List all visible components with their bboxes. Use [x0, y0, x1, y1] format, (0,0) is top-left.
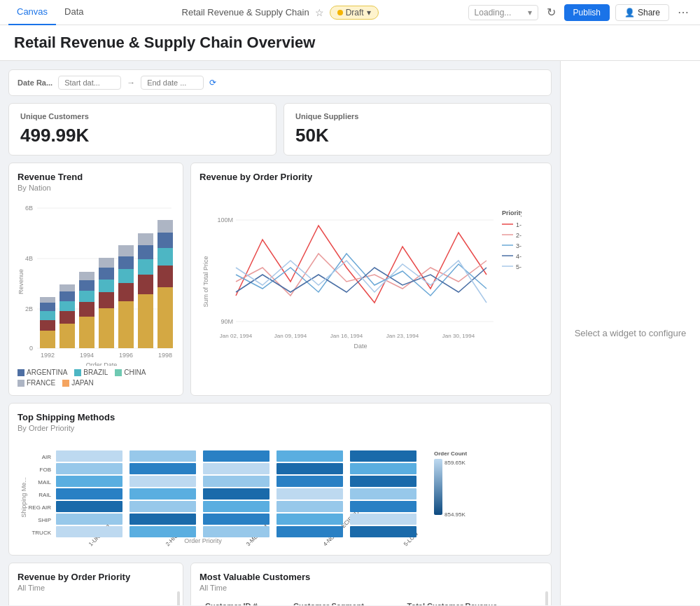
- legend-china: CHINA: [115, 369, 146, 376]
- svg-rect-9: [40, 331, 55, 348]
- share-button[interactable]: 👤 Share: [615, 4, 669, 21]
- svg-rect-92: [276, 463, 343, 474]
- svg-rect-29: [118, 301, 134, 348]
- svg-rect-111: [203, 514, 270, 525]
- svg-text:AIR: AIR: [42, 454, 52, 460]
- bottom-row: Revenue by Order Priority All Time Assoc…: [8, 563, 552, 605]
- page-title-bar: Retail Revenue & Supply Chain Overview: [0, 25, 700, 61]
- svg-rect-101: [203, 488, 270, 500]
- svg-text:Jan 09, 1994: Jan 09, 1994: [274, 333, 307, 339]
- publish-button[interactable]: Publish: [564, 4, 610, 21]
- legend-argentina: ARGENTINA: [18, 369, 67, 376]
- svg-rect-86: [203, 450, 270, 462]
- svg-rect-95: [130, 476, 196, 487]
- svg-text:SHIP: SHIP: [38, 517, 51, 523]
- svg-text:Date: Date: [354, 343, 367, 350]
- page-title: Retail Revenue & Supply Chain Overview: [14, 34, 686, 52]
- svg-rect-18: [59, 284, 75, 291]
- svg-text:3-MEDIUM: 3-MEDIUM: [516, 242, 522, 249]
- svg-rect-15: [59, 311, 75, 324]
- svg-rect-109: [56, 514, 122, 525]
- svg-rect-90: [130, 463, 196, 474]
- col-revenue: Total Customer Revenue: [402, 598, 542, 605]
- shipping-methods-panel: Top Shipping Methods By Order Priority S…: [8, 403, 552, 556]
- svg-text:2B: 2B: [25, 305, 33, 312]
- svg-rect-30: [118, 283, 134, 301]
- svg-rect-28: [99, 258, 114, 268]
- donut-title: Revenue by Order Priority: [18, 572, 174, 582]
- svg-rect-23: [79, 272, 94, 280]
- order-priority-donut-panel: Revenue by Order Priority All Time Assoc…: [8, 563, 183, 605]
- legend-japan: JAPAN: [62, 379, 94, 387]
- donut-subtitle: All Time: [18, 584, 174, 592]
- data-tab[interactable]: Data: [56, 0, 92, 25]
- svg-rect-103: [350, 488, 416, 500]
- argentina-swatch: [18, 369, 24, 376]
- loading-select[interactable]: Loading... ▾: [468, 5, 538, 20]
- more-options-button[interactable]: ⋯: [675, 3, 692, 22]
- svg-rect-38: [138, 233, 153, 245]
- svg-rect-94: [56, 476, 122, 487]
- draft-dot: [337, 10, 343, 15]
- svg-rect-37: [138, 245, 153, 259]
- col-segment: Customer Segment: [288, 598, 402, 605]
- svg-rect-12: [40, 303, 55, 311]
- filter-bar: Date Ra... → ⟳: [8, 69, 552, 96]
- svg-rect-13: [40, 297, 55, 303]
- svg-text:Jan 02, 1994: Jan 02, 1994: [220, 333, 253, 339]
- main-content: Date Ra... → ⟳ Unique Customers 499.99K …: [0, 61, 700, 605]
- chevron-down-icon: ▾: [528, 8, 532, 18]
- svg-rect-84: [56, 450, 122, 462]
- table-scroll-indicator: [545, 591, 548, 605]
- unique-suppliers-card: Unique Suppliers 50K: [284, 103, 552, 156]
- stats-row: Unique Customers 499.99K Unique Supplier…: [8, 103, 552, 156]
- svg-rect-117: [276, 526, 343, 537]
- customers-table: Customer ID # Customer Segment Total Cus…: [200, 598, 542, 605]
- svg-rect-42: [158, 233, 173, 248]
- unique-suppliers-value: 50K: [295, 125, 540, 146]
- china-swatch: [115, 369, 122, 376]
- svg-rect-89: [56, 463, 122, 474]
- unique-suppliers-label: Unique Suppliers: [295, 112, 540, 120]
- col-id: Customer ID #: [200, 598, 288, 605]
- svg-rect-110: [130, 514, 196, 525]
- refresh-button[interactable]: ↻: [544, 3, 559, 22]
- svg-text:90M: 90M: [220, 318, 233, 325]
- svg-rect-14: [59, 324, 75, 348]
- nav-center: Retail Revenue & Supply Chain ☆ Draft ▾: [92, 6, 468, 20]
- shipping-title: Top Shipping Methods: [18, 412, 542, 422]
- revenue-trend-panel: Revenue Trend By Nation 6B 4B 2B 0 Reven…: [8, 163, 183, 396]
- canvas-tab[interactable]: Canvas: [8, 0, 56, 25]
- customers-subtitle: All Time: [200, 584, 542, 592]
- end-date-input[interactable]: [141, 76, 204, 90]
- brazil-label: BRAZIL: [83, 369, 108, 376]
- svg-rect-25: [99, 292, 114, 308]
- svg-rect-31: [118, 269, 134, 283]
- status-badge[interactable]: Draft ▾: [330, 6, 379, 20]
- scroll-indicator: [177, 591, 180, 605]
- svg-rect-108: [350, 501, 416, 512]
- refresh-filter-icon[interactable]: ⟳: [209, 78, 216, 88]
- brazil-swatch: [74, 369, 81, 376]
- star-icon[interactable]: ☆: [315, 7, 324, 18]
- svg-rect-98: [350, 476, 416, 487]
- start-date-input[interactable]: [58, 76, 121, 90]
- china-label: CHINA: [124, 369, 146, 376]
- svg-text:Sum of Total Price: Sum of Total Price: [202, 256, 209, 308]
- svg-rect-114: [56, 526, 122, 537]
- svg-rect-106: [203, 501, 270, 512]
- svg-rect-22: [79, 280, 94, 291]
- top-navigation: Canvas Data Retail Revenue & Supply Chai…: [0, 0, 700, 25]
- svg-rect-32: [118, 256, 134, 269]
- config-panel-text: Select a widget to configure: [575, 328, 687, 338]
- chevron-down-icon: ▾: [367, 8, 371, 18]
- revenue-trend-title: Revenue Trend: [18, 172, 174, 182]
- svg-text:Priority: Priority: [502, 209, 522, 216]
- middle-chart-row: Revenue Trend By Nation 6B 4B 2B 0 Reven…: [8, 163, 552, 396]
- customers-title: Most Valuable Customers: [200, 572, 542, 582]
- svg-text:Jan 16, 1994: Jan 16, 1994: [330, 333, 363, 339]
- svg-rect-20: [79, 302, 94, 317]
- svg-rect-43: [158, 220, 173, 233]
- svg-text:100M: 100M: [217, 216, 233, 223]
- svg-text:859.65K: 859.65K: [444, 460, 465, 466]
